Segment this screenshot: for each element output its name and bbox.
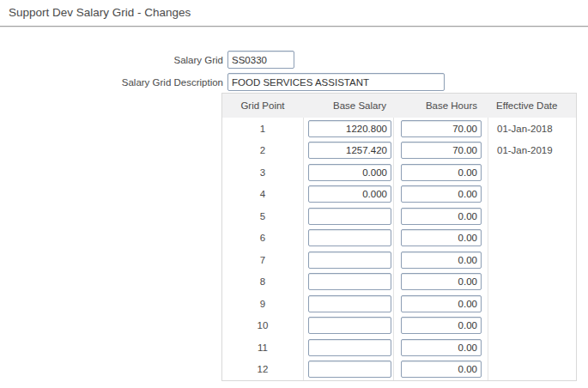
header-grid-point: Grid Point [222, 100, 303, 111]
base-hours-input[interactable] [401, 339, 482, 356]
base-hours-cell [393, 140, 488, 162]
grid-point-cell: 8 [222, 271, 303, 294]
base-salary-cell [303, 161, 393, 184]
grid-point-cell: 2 [222, 140, 303, 162]
base-salary-input[interactable] [308, 252, 391, 269]
base-salary-cell [303, 140, 393, 162]
effective-date-cell [488, 293, 576, 315]
table-row: 10 [222, 315, 576, 337]
table-row: 6 [222, 227, 576, 250]
grid-point-cell: 1 [222, 118, 303, 140]
base-salary-input[interactable] [308, 208, 391, 225]
base-hours-input[interactable] [401, 164, 482, 181]
base-hours-input[interactable] [401, 185, 482, 203]
base-hours-cell [393, 271, 488, 294]
grid-point-cell: 4 [222, 184, 303, 206]
table-row: 11 [222, 336, 576, 359]
effective-date-cell [488, 271, 576, 294]
base-salary-input[interactable] [308, 273, 391, 290]
grid-point-cell: 5 [222, 205, 303, 227]
base-salary-input[interactable] [308, 229, 391, 246]
base-hours-cell [393, 205, 488, 227]
base-salary-input[interactable] [308, 295, 391, 312]
base-salary-cell [303, 184, 393, 206]
base-hours-input[interactable] [401, 252, 482, 269]
salary-grid-label: Salary Grid [0, 54, 223, 66]
base-hours-cell [393, 249, 488, 271]
base-hours-cell [393, 336, 488, 359]
salary-grid-table: Grid Point Base Salary Base Hours Effect… [221, 93, 577, 381]
header-base-salary: Base Salary [303, 100, 393, 111]
base-salary-cell [303, 359, 393, 381]
base-salary-cell [303, 293, 393, 315]
table-row: 9 [222, 293, 576, 315]
grid-point-cell: 10 [222, 315, 303, 337]
base-hours-cell [393, 227, 488, 250]
base-hours-cell [393, 315, 488, 337]
effective-date-cell [488, 161, 576, 184]
grid-table-header: Grid Point Base Salary Base Hours Effect… [222, 94, 576, 118]
salary-grid-description-input[interactable] [227, 73, 445, 91]
base-salary-cell [303, 249, 393, 271]
effective-date-cell [488, 227, 576, 250]
base-hours-cell [393, 293, 488, 315]
base-salary-cell [303, 271, 393, 294]
base-hours-input[interactable] [401, 208, 482, 225]
base-salary-input[interactable] [308, 120, 391, 137]
grid-point-cell: 6 [222, 227, 303, 250]
base-hours-input[interactable] [401, 120, 482, 137]
grid-point-cell: 11 [222, 336, 303, 359]
salary-grid-changes-page: { "page": { "title": "Support Dev Salary… [0, 0, 588, 388]
grid-point-cell: 7 [222, 249, 303, 271]
header-effective-date: Effective Date [488, 100, 576, 111]
base-salary-cell [303, 118, 393, 140]
base-hours-cell [393, 184, 488, 206]
table-row: 7 [222, 249, 576, 271]
base-hours-input[interactable] [401, 317, 482, 334]
effective-date-cell [488, 205, 576, 227]
page-title: Support Dev Salary Grid - Changes [9, 6, 191, 19]
grid-point-cell: 12 [222, 359, 303, 381]
salary-grid-input[interactable] [227, 51, 294, 69]
effective-date-cell [488, 315, 576, 337]
grid-table-body: 1 01-Jan-2018 2 01-Jan-2019 3 4 [222, 118, 576, 380]
base-salary-input[interactable] [308, 185, 391, 203]
table-row: 2 01-Jan-2019 [222, 140, 576, 162]
table-row: 3 [222, 161, 576, 184]
table-row: 5 [222, 205, 576, 227]
effective-date-cell [488, 249, 576, 271]
base-salary-input[interactable] [308, 317, 391, 334]
title-divider [0, 26, 588, 27]
base-salary-input[interactable] [308, 339, 391, 356]
base-salary-input[interactable] [308, 361, 391, 378]
header-base-hours: Base Hours [393, 100, 488, 111]
base-hours-input[interactable] [401, 229, 482, 246]
base-hours-input[interactable] [401, 273, 482, 290]
table-row: 8 [222, 271, 576, 294]
grid-point-cell: 3 [222, 161, 303, 184]
effective-date-cell [488, 336, 576, 359]
effective-date-cell: 01-Jan-2019 [488, 140, 576, 162]
base-hours-input[interactable] [401, 142, 482, 159]
salary-grid-description-label: Salary Grid Description [0, 76, 223, 88]
effective-date-cell: 01-Jan-2018 [488, 118, 576, 140]
base-salary-input[interactable] [308, 164, 391, 181]
table-row: 12 [222, 359, 576, 381]
effective-date-cell [488, 359, 576, 381]
table-row: 4 [222, 184, 576, 206]
base-salary-cell [303, 227, 393, 250]
base-hours-cell [393, 161, 488, 184]
table-row: 1 01-Jan-2018 [222, 118, 576, 140]
base-salary-cell [303, 315, 393, 337]
base-hours-input[interactable] [401, 295, 482, 312]
base-hours-cell [393, 359, 488, 381]
base-hours-input[interactable] [401, 361, 482, 378]
base-salary-cell [303, 336, 393, 359]
base-hours-cell [393, 118, 488, 140]
base-salary-input[interactable] [308, 142, 391, 159]
base-salary-cell [303, 205, 393, 227]
effective-date-cell [488, 184, 576, 206]
grid-point-cell: 9 [222, 293, 303, 315]
